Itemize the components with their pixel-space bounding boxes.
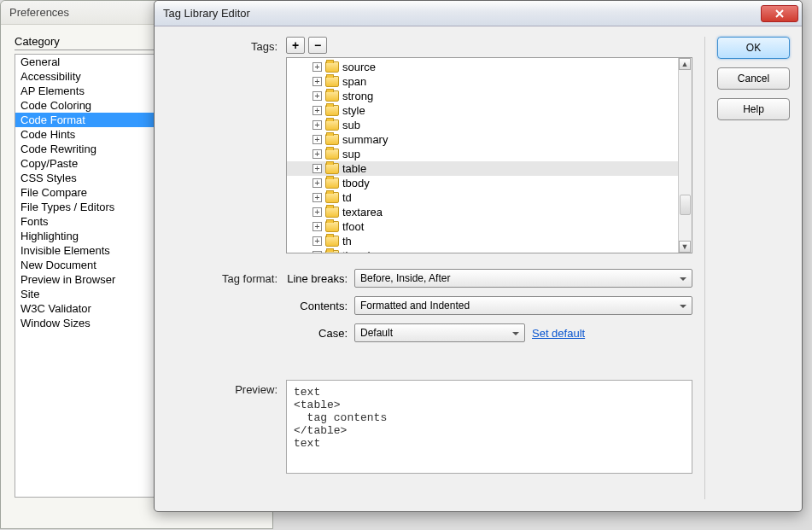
expand-icon[interactable]: + [313,178,322,188]
ok-button[interactable]: OK [717,37,790,59]
tag-tree-node[interactable]: +th [287,234,678,248]
folder-icon [325,134,339,145]
tag-tree-label: tbody [342,177,370,189]
tag-tree-node[interactable]: +table [287,161,678,176]
folder-icon [325,76,339,87]
tag-tree-label: sup [342,148,360,160]
add-tag-button[interactable]: + [286,37,305,54]
tag-tree-label: thead [342,249,371,253]
tag-tree-label: th [342,235,352,248]
cancel-button[interactable]: Cancel [717,67,790,90]
expand-icon[interactable]: + [313,164,322,173]
expand-icon[interactable]: + [313,77,322,86]
line-breaks-select[interactable]: Before, Inside, After [354,269,692,288]
expand-icon[interactable]: + [313,91,322,101]
tags-row: Tags: + − +source+span+strong+style+sub+… [166,37,692,253]
folder-icon [325,105,339,116]
remove-tag-button[interactable]: − [308,37,327,54]
scroll-up-arrow-icon[interactable]: ▲ [679,58,691,70]
tag-tree-node[interactable]: +style [287,103,678,118]
dialog-buttons: OK Cancel Help [704,37,790,499]
folder-icon [325,119,339,131]
expand-icon[interactable]: + [313,120,322,130]
line-breaks-label: Line breaks: [286,272,354,285]
tag-tree-node[interactable]: +tfoot [287,219,678,234]
expand-icon[interactable]: + [313,207,322,217]
line-breaks-row: Line breaks: Before, Inside, After [286,269,692,288]
tag-tree-label: span [342,75,366,88]
contents-row: Contents: Formatted and Indented [286,296,692,315]
tag-format-label: Tag format: [166,269,286,351]
close-icon [775,9,784,18]
tag-add-remove-buttons: + − [286,37,692,54]
tag-tree-node[interactable]: +sub [287,118,678,132]
expand-icon[interactable]: + [313,106,322,115]
folder-icon [325,61,339,73]
folder-icon [325,90,339,102]
dialog-body: Tags: + − +source+span+strong+style+sub+… [155,26,802,511]
case-row: Case: Default Set default [286,323,692,342]
preview-box: text <table> tag contents </table> text [286,380,692,474]
folder-icon [325,192,339,203]
case-label: Case: [286,327,354,340]
tag-tree-node[interactable]: +span [287,74,678,89]
tag-format-body: Line breaks: Before, Inside, After Conte… [286,269,692,351]
expand-icon[interactable]: + [313,62,322,72]
tag-tree-label: style [342,104,365,117]
tag-tree-node[interactable]: +tbody [287,176,678,190]
folder-icon [325,163,339,174]
expand-icon[interactable]: + [313,193,322,202]
tag-tree-label: source [342,61,376,73]
expand-icon[interactable]: + [313,236,322,246]
expand-icon[interactable]: + [313,251,322,253]
tags-body: + − +source+span+strong+style+sub+summar… [286,37,692,253]
preview-body: text <table> tag contents </table> text [286,380,692,474]
contents-label: Contents: [286,300,354,312]
preview-row: Preview: text <table> tag contents </tab… [166,380,692,474]
tag-tree-node[interactable]: +textarea [287,205,678,219]
tags-label: Tags: [166,37,286,253]
tag-tree-label: summary [342,133,388,146]
expand-icon[interactable]: + [313,222,322,231]
dialog-titlebar[interactable]: Tag Library Editor [155,1,802,26]
tag-tree-node[interactable]: +thead [287,248,678,253]
expand-icon[interactable]: + [313,135,322,144]
folder-icon [325,221,339,232]
tag-tree-node[interactable]: +strong [287,89,678,103]
dialog-title: Tag Library Editor [163,7,761,20]
help-button[interactable]: Help [717,98,790,120]
tag-tree-node[interactable]: +summary [287,132,678,147]
tag-tree-node[interactable]: +td [287,190,678,205]
expand-icon[interactable]: + [313,149,322,159]
folder-icon [325,207,339,218]
tag-format-row: Tag format: Line breaks: Before, Inside,… [166,269,692,351]
folder-icon [325,250,339,253]
form-column: Tags: + − +source+span+strong+style+sub+… [166,37,692,499]
tag-tree-inner: +source+span+strong+style+sub+summary+su… [287,58,678,253]
tag-tree-label: table [342,162,366,175]
tag-tree-node[interactable]: +sup [287,147,678,161]
folder-icon [325,236,339,247]
preview-label: Preview: [166,380,286,474]
set-default-link[interactable]: Set default [532,327,585,340]
tag-library-editor-dialog: Tag Library Editor Tags: + − +source+spa… [154,0,803,512]
tag-tree-label: textarea [342,206,383,218]
folder-icon [325,149,339,160]
folder-icon [325,178,339,189]
tag-tree[interactable]: +source+span+strong+style+sub+summary+su… [286,57,692,253]
case-select[interactable]: Default [354,323,525,342]
tag-tree-label: tfoot [342,220,364,233]
close-button[interactable] [761,5,798,22]
scroll-thumb[interactable] [680,195,691,215]
tag-tree-label: strong [342,90,373,102]
contents-select[interactable]: Formatted and Indented [354,296,692,315]
tag-tree-scrollbar[interactable]: ▲ ▼ [678,58,692,253]
tag-tree-label: sub [342,119,360,131]
tag-tree-node[interactable]: +source [287,60,678,74]
tag-tree-label: td [342,191,352,204]
scroll-down-arrow-icon[interactable]: ▼ [679,241,691,253]
